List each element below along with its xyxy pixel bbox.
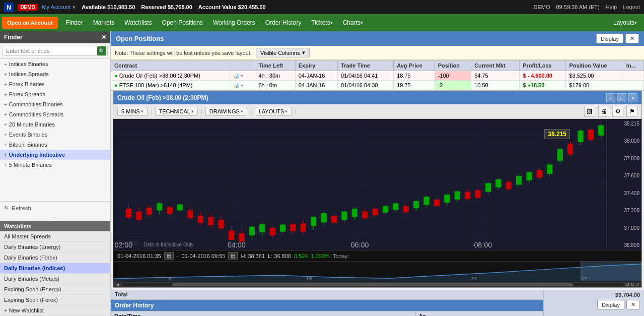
layouts-button[interactable]: LAYOUTS	[255, 107, 292, 116]
open-account-button[interactable]: Open an Account	[2, 17, 58, 29]
col-position[interactable]: Position	[435, 60, 471, 71]
note-bar: Note: These settings will be lost unless…	[111, 46, 644, 60]
col-icons	[230, 60, 255, 71]
col-datetime[interactable]: Date/Time	[111, 311, 416, 317]
sidebar-item-events-binaries[interactable]: + Events Binaries	[0, 130, 110, 140]
refresh-button[interactable]: ↻ Refresh	[0, 201, 110, 214]
chart-maximize-button[interactable]: □	[617, 93, 626, 102]
display-button[interactable]: Display	[596, 34, 623, 43]
col-contract[interactable]: Contract	[111, 60, 230, 71]
timeframe-button[interactable]: 5 MINS	[117, 107, 148, 116]
watchlist-daily-metals[interactable]: Daily Binaries (Metals)	[0, 274, 110, 284]
col-time-left[interactable]: Time Left	[255, 60, 295, 71]
svg-rect-55	[352, 209, 357, 217]
sidebar-item-commodities-spreads[interactable]: + Commodities Spreads	[0, 109, 110, 119]
col-profit-loss[interactable]: Profit/Loss	[520, 60, 566, 71]
sidebar-item-indices-binaries[interactable]: + Indices Binaries	[0, 59, 110, 69]
technical-button[interactable]: TECHNICAL	[155, 107, 198, 116]
svg-rect-77	[465, 192, 470, 199]
profit-loss-1: $ - 4,600.00	[520, 71, 566, 81]
chart-y-axis: 38.215 38.000 37.800 37.600 37.400 37.20…	[606, 119, 641, 250]
reset-zoom-icon[interactable]: ⤢	[635, 282, 639, 287]
top-bar-right: DEMO 09:59:38 AM (ET) Help Logout	[534, 4, 640, 10]
close-positions-button[interactable]: ✕	[625, 34, 639, 43]
svg-rect-71	[434, 200, 439, 206]
watchlist-daily-forex[interactable]: Daily Binaries (Forex)	[0, 252, 110, 263]
col-trade-time[interactable]: Trade Time	[338, 60, 394, 71]
watchlist-new[interactable]: + New Watchlist	[0, 305, 110, 316]
sidebar-item-5min-binaries[interactable]: + 5 Minute Binaries	[0, 160, 110, 170]
y-label-3: 37.800	[609, 156, 639, 161]
chart-pct-change: 1.390%	[311, 253, 330, 259]
y-label-4: 37.600	[609, 173, 639, 178]
logout-link[interactable]: Logout	[623, 4, 640, 10]
chart-date-from-btn[interactable]: ▤	[164, 252, 174, 260]
nav-open-positions[interactable]: Open Positions	[157, 14, 208, 31]
avg-price-2: 19.75	[394, 81, 435, 90]
sidebar-item-commodities-binaries[interactable]: + Commodities Binaries	[0, 99, 110, 109]
watchlist-daily-energy[interactable]: Daily Binaries (Energy)	[0, 242, 110, 252]
search-input[interactable]	[3, 46, 108, 56]
y-label-5: 37.400	[609, 191, 639, 196]
sidebar-item-label: Indices Binaries	[9, 61, 48, 67]
chart-settings-icon[interactable]: ⚙	[612, 106, 623, 117]
svg-rect-97	[568, 144, 573, 154]
nav-order-history[interactable]: Order History	[260, 14, 306, 31]
sidebar-item-forex-spreads[interactable]: + Forex Spreads	[0, 89, 110, 99]
watchlist-all-master[interactable]: All Master Spreads	[0, 231, 110, 242]
svg-rect-11	[126, 209, 131, 217]
watchlist-daily-indices[interactable]: Daily Binaries (Indices)	[0, 263, 110, 274]
col-in[interactable]: In...	[623, 60, 643, 71]
display-bottom-button[interactable]: Display	[597, 300, 624, 309]
svg-rect-15	[147, 208, 152, 215]
sidebar-item-label: Forex Spreads	[9, 91, 45, 97]
col-avg-price[interactable]: Avg Price	[394, 60, 435, 71]
sidebar-items-list: + Indices Binaries + Indices Spreads + F…	[0, 59, 110, 201]
watchlist-expiring-energy[interactable]: Expiring Soon (Energy)	[0, 284, 110, 295]
sidebar-item-20min-binaries[interactable]: + 20 Minute Binaries	[0, 119, 110, 130]
nav-charts[interactable]: Charts	[338, 14, 368, 31]
sidebar-close-icon[interactable]: ✕	[101, 34, 106, 41]
sidebar-item-bitcoin-binaries[interactable]: + Bitcoin Binaries	[0, 140, 110, 150]
chart-popup: Crude Oil (Feb) >38.00 (2:30PM) ⤢ □ ✕ 5 …	[113, 91, 642, 288]
zoom-in-icon[interactable]: ↻	[630, 282, 634, 287]
nav-markets[interactable]: Markets	[88, 14, 120, 31]
chart-low: L: 36.800	[268, 253, 291, 259]
chart-image-icon[interactable]: 🖼	[584, 106, 595, 117]
watchlist-expiring-forex[interactable]: Expiring Soon (Forex)	[0, 295, 110, 305]
search-button[interactable]: 🔍	[97, 46, 106, 55]
refresh-label: Refresh	[12, 205, 31, 211]
sidebar: Finder ✕ 🔍 + Indices Binaries + Indices …	[0, 31, 111, 316]
row-icons: 📊 ▾	[230, 71, 255, 81]
drawings-button[interactable]: DRAWINGS	[205, 107, 247, 116]
sidebar-item-forex-binaries[interactable]: + Forex Binaries	[0, 79, 110, 89]
dropdown-arrow[interactable]: ▾	[73, 4, 76, 11]
sidebar-item-indices-spreads[interactable]: + Indices Spreads	[0, 69, 110, 79]
chart-print-icon[interactable]: 🖨	[598, 106, 609, 117]
chart-date-to-btn[interactable]: ▤	[228, 252, 238, 260]
chart-scrollbar[interactable]: ◄ ↺ ↻ ⤢	[113, 281, 641, 287]
svg-rect-93	[547, 165, 552, 173]
nav-tickets[interactable]: Tickets	[306, 14, 338, 31]
zoom-out-icon[interactable]: ↺	[625, 282, 629, 287]
visible-columns-button[interactable]: Visible Columns ▾	[256, 48, 310, 57]
sidebar-item-label: Forex Binaries	[9, 81, 45, 87]
col-position-value[interactable]: Position Value	[566, 60, 623, 71]
my-account-link[interactable]: My Account	[42, 4, 70, 10]
chart-header: Crude Oil (Feb) >38.00 (2:30PM) ⤢ □ ✕	[113, 91, 641, 104]
nav-watchlists[interactable]: Watchlists	[119, 14, 157, 31]
close-bottom-button[interactable]: ✕	[626, 300, 640, 309]
nav-layouts[interactable]: Layouts	[608, 14, 642, 31]
chart-close-button[interactable]: ✕	[628, 93, 637, 102]
col-ac[interactable]: Ac...	[415, 311, 543, 317]
sidebar-item-underlying-indicative[interactable]: + Underlying Indicative	[0, 150, 110, 160]
nav-working-orders[interactable]: Working Orders	[208, 14, 260, 31]
col-expiry[interactable]: Expiry	[295, 60, 337, 71]
col-current-mkt[interactable]: Current Mkt	[471, 60, 520, 71]
svg-rect-31	[229, 231, 234, 239]
scrollbar-thumb[interactable]	[172, 283, 573, 286]
chart-flag-icon[interactable]: ⚑	[626, 106, 637, 117]
chart-expand-button[interactable]: ⤢	[606, 93, 615, 102]
help-link[interactable]: Help	[606, 4, 617, 10]
nav-finder[interactable]: Finder	[61, 14, 88, 31]
